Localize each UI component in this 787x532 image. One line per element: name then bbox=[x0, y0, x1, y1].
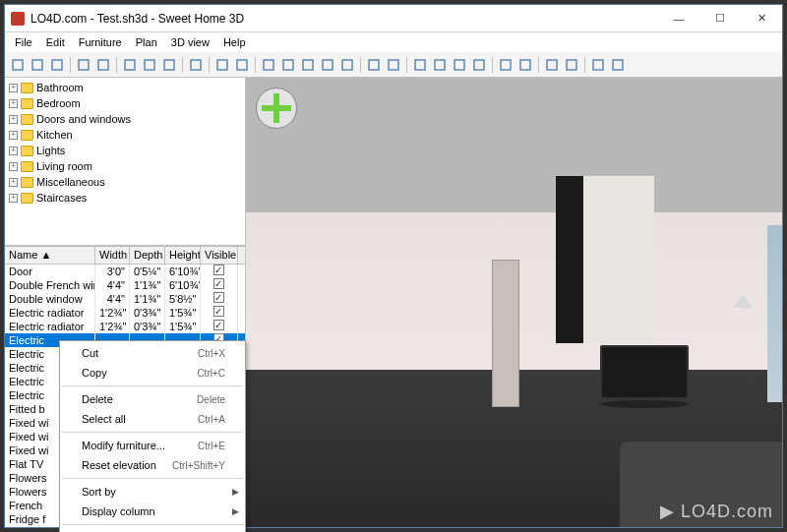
svg-rect-19 bbox=[435, 60, 445, 70]
create-polyline-button[interactable] bbox=[299, 56, 317, 74]
nav-compass[interactable] bbox=[256, 88, 297, 129]
col-width[interactable]: Width bbox=[95, 247, 130, 264]
checkbox-icon[interactable] bbox=[213, 306, 224, 317]
col-visible[interactable]: Visible bbox=[201, 247, 238, 264]
cut-button[interactable] bbox=[121, 56, 139, 74]
font-larger-button[interactable] bbox=[451, 56, 468, 74]
create-dimensions-button[interactable] bbox=[319, 56, 336, 74]
open-file-button[interactable] bbox=[29, 56, 46, 74]
create-walls-button[interactable] bbox=[260, 56, 277, 74]
font-smaller-button[interactable] bbox=[470, 56, 488, 74]
table-row[interactable]: Double window4'4"1'1¾"5'8½" bbox=[5, 292, 245, 306]
ctx-modify-furniture[interactable]: Modify furniture...Ctrl+E bbox=[60, 436, 245, 455]
paste-button[interactable] bbox=[160, 56, 178, 74]
italic-button[interactable] bbox=[431, 56, 449, 74]
catalog-bedroom[interactable]: +Bedroom bbox=[7, 95, 243, 111]
video-button[interactable] bbox=[563, 56, 580, 74]
add-furniture-button[interactable] bbox=[187, 56, 205, 74]
redo-button[interactable] bbox=[94, 56, 112, 74]
col-depth[interactable]: Depth bbox=[130, 247, 165, 264]
ctx-label: Sort by bbox=[82, 486, 116, 498]
create-rooms-button[interactable] bbox=[279, 56, 297, 74]
cell-visible[interactable] bbox=[201, 320, 238, 333]
expand-icon[interactable]: + bbox=[9, 84, 18, 92]
ctx-select-all[interactable]: Select allCtrl+A bbox=[60, 409, 245, 429]
expand-icon[interactable]: + bbox=[9, 99, 18, 108]
ctx-cut[interactable]: CutCtrl+X bbox=[60, 343, 245, 363]
toolbar-separator bbox=[584, 57, 585, 73]
catalog-kitchen[interactable]: +Kitchen bbox=[7, 127, 243, 143]
ctx-reset-elevation[interactable]: Reset elevationCtrl+Shift+Y bbox=[60, 455, 245, 475]
expand-icon[interactable]: + bbox=[9, 147, 18, 155]
maximize-button[interactable]: ☐ bbox=[699, 5, 741, 31]
close-button[interactable]: ✕ bbox=[741, 5, 782, 31]
help-button[interactable] bbox=[609, 56, 627, 74]
checkbox-icon[interactable] bbox=[213, 292, 224, 303]
catalog-bathroom[interactable]: +Bathroom bbox=[7, 80, 243, 95]
expand-icon[interactable]: + bbox=[9, 115, 18, 124]
svg-rect-22 bbox=[501, 60, 511, 70]
zoom-in-button[interactable] bbox=[365, 56, 383, 74]
table-row[interactable]: Electric radiator1'2¾"0'3¾"1'5¾" bbox=[5, 306, 245, 320]
cell-visible[interactable] bbox=[201, 306, 238, 320]
menu-file[interactable]: File bbox=[9, 34, 38, 50]
checkbox-icon[interactable] bbox=[213, 278, 224, 289]
ctx-delete[interactable]: DeleteDelete bbox=[60, 389, 245, 409]
furniture-table-header[interactable]: Name ▲ Width Depth Height Visible bbox=[5, 247, 245, 265]
3d-viewport[interactable] bbox=[246, 78, 782, 527]
ctx-shortcut: Ctrl+C bbox=[197, 368, 225, 379]
expand-icon[interactable]: + bbox=[9, 162, 18, 171]
catalog-lights[interactable]: +Lights bbox=[7, 143, 243, 158]
ctx-sort-by[interactable]: Sort by▶ bbox=[60, 482, 245, 502]
catalog-doors-and-windows[interactable]: +Doors and windows bbox=[7, 111, 243, 127]
zoom-out-button[interactable] bbox=[385, 56, 402, 74]
toolbar-separator bbox=[360, 57, 361, 73]
ctx-export-to-csv-format[interactable]: Export to CSV format... bbox=[60, 528, 245, 532]
ctx-label: Delete bbox=[82, 393, 113, 405]
ctx-display-column[interactable]: Display column▶ bbox=[60, 502, 245, 521]
col-name[interactable]: Name ▲ bbox=[5, 247, 95, 264]
scene-door bbox=[492, 260, 519, 407]
catalog-label: Doors and windows bbox=[36, 113, 131, 125]
svg-rect-15 bbox=[342, 60, 352, 70]
col-height[interactable]: Height bbox=[165, 247, 201, 264]
cell-depth: 0'5¼" bbox=[130, 265, 165, 278]
undo-button[interactable] bbox=[75, 56, 92, 74]
cell-visible[interactable] bbox=[201, 278, 238, 292]
menu-3d-view[interactable]: 3D view bbox=[165, 34, 215, 50]
catalog-living-room[interactable]: +Living room bbox=[7, 158, 243, 174]
select-button[interactable] bbox=[213, 56, 231, 74]
table-row[interactable]: Double French window4'4"1'1¾"6'10¾" bbox=[5, 278, 245, 292]
expand-icon[interactable]: + bbox=[9, 131, 18, 140]
create-text-button[interactable] bbox=[338, 56, 356, 74]
photo-button[interactable] bbox=[543, 56, 561, 74]
menu-help[interactable]: Help bbox=[217, 34, 252, 50]
new-file-button[interactable] bbox=[9, 56, 27, 74]
prefs-button[interactable] bbox=[589, 56, 607, 74]
search2-button[interactable] bbox=[516, 56, 534, 74]
table-row[interactable]: Door3'0"0'5¼"6'10¾" bbox=[5, 265, 245, 278]
checkbox-icon[interactable] bbox=[213, 265, 224, 275]
save-file-button[interactable] bbox=[48, 56, 66, 74]
furniture-catalog-tree[interactable]: +Bathroom+Bedroom+Doors and windows+Kitc… bbox=[5, 78, 245, 245]
ctx-copy[interactable]: CopyCtrl+C bbox=[60, 363, 245, 383]
window-controls: — ☐ ✕ bbox=[658, 5, 782, 31]
expand-icon[interactable]: + bbox=[9, 194, 18, 203]
cell-depth: 0'3¾" bbox=[130, 320, 165, 333]
menu-furniture[interactable]: Furniture bbox=[73, 34, 128, 50]
menu-plan[interactable]: Plan bbox=[130, 34, 163, 50]
catalog-staircases[interactable]: +Staircases bbox=[7, 190, 243, 206]
table-row[interactable]: Electric radiator1'2¾"0'3¾"1'5¾" bbox=[5, 320, 245, 333]
copy-button[interactable] bbox=[141, 56, 158, 74]
minimize-button[interactable]: — bbox=[658, 5, 699, 31]
folder-icon bbox=[21, 83, 33, 93]
menu-edit[interactable]: Edit bbox=[40, 34, 71, 50]
pan-button[interactable] bbox=[233, 56, 251, 74]
bold-button[interactable] bbox=[411, 56, 429, 74]
catalog-miscellaneous[interactable]: +Miscellaneous bbox=[7, 174, 243, 190]
cell-visible[interactable] bbox=[201, 265, 238, 278]
expand-icon[interactable]: + bbox=[9, 178, 18, 187]
cell-visible[interactable] bbox=[201, 292, 238, 306]
search-button[interactable] bbox=[497, 56, 515, 74]
checkbox-icon[interactable] bbox=[213, 320, 224, 330]
